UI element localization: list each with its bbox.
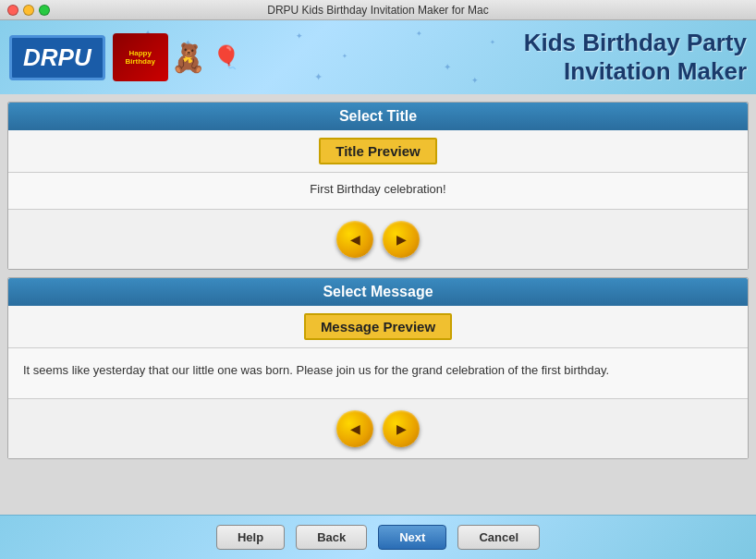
title-next-button[interactable] xyxy=(383,221,420,258)
teddy-bear-icon: 🧸 xyxy=(171,42,205,74)
close-button[interactable] xyxy=(7,5,18,16)
message-prev-button[interactable] xyxy=(336,410,373,447)
title-nav-buttons xyxy=(8,210,748,269)
footer: Help Back Next Cancel xyxy=(0,515,756,559)
message-section: Select Message Message Preview It seems … xyxy=(7,277,749,459)
message-nav-buttons xyxy=(8,399,748,458)
balloon-decoration: 🎈 xyxy=(213,44,240,70)
title-bar: DRPU Kids Birthday Invitation Maker for … xyxy=(0,0,756,20)
title-prev-button[interactable] xyxy=(336,221,373,258)
message-next-button[interactable] xyxy=(383,410,420,447)
header-left: DRPU Happy Birthday 🧸 🎈 xyxy=(9,33,240,81)
next-button[interactable]: Next xyxy=(378,525,446,550)
minimize-button[interactable] xyxy=(23,5,34,16)
title-section-header: Select Title xyxy=(8,103,748,130)
window-controls[interactable] xyxy=(7,5,50,16)
message-preview-label: Message Preview xyxy=(304,313,452,340)
message-section-header: Select Message xyxy=(8,278,748,306)
message-preview-content: It seems like yesterday that our little … xyxy=(8,348,748,399)
window-title: DRPU Kids Birthday Invitation Maker for … xyxy=(267,4,488,17)
birthday-card-text: Happy Birthday xyxy=(125,49,154,66)
title-section: Select Title Title Preview First Birthda… xyxy=(7,102,749,270)
header-right: Kids Birthday Party Invitation Maker xyxy=(524,29,747,86)
back-button[interactable]: Back xyxy=(296,525,367,550)
help-button[interactable]: Help xyxy=(216,525,285,550)
birthday-card: Happy Birthday xyxy=(113,33,168,81)
maximize-button[interactable] xyxy=(39,5,50,16)
drpu-logo: DRPU xyxy=(9,35,105,80)
message-preview-label-row: Message Preview xyxy=(8,306,748,348)
title-preview-label: Title Preview xyxy=(319,138,436,164)
app-header: ✦ ✦ ✦ ✦ ✦ ✦ ✦ ✦ ✦ ✦ DRPU Happy Birthday … xyxy=(0,20,756,94)
cancel-button[interactable]: Cancel xyxy=(457,525,540,550)
title-preview-label-row: Title Preview xyxy=(8,130,748,173)
title-preview-content: First Birthday celebration! xyxy=(8,173,748,210)
app-title: Kids Birthday Party Invitation Maker xyxy=(524,29,747,86)
main-content: Select Title Title Preview First Birthda… xyxy=(0,94,756,515)
